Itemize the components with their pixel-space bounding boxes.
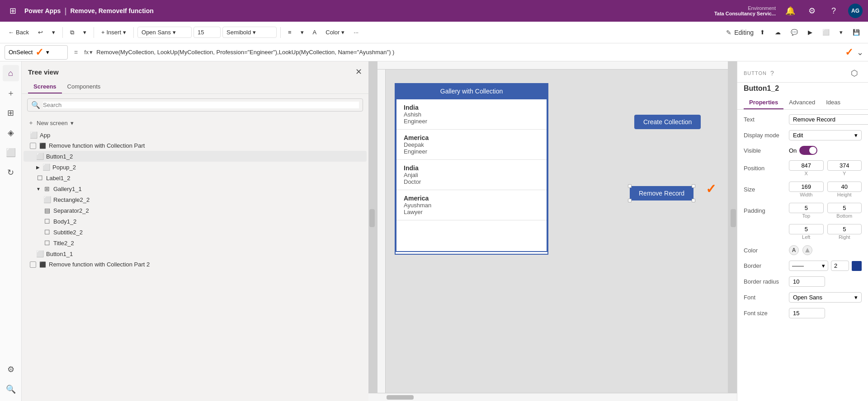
new-screen-button[interactable]: ＋ New screen ▾ — [22, 116, 368, 130]
insert-button[interactable]: + Insert ▾ — [98, 27, 130, 37]
preview-dropdown[interactable]: ▾ — [836, 27, 846, 37]
more-button[interactable]: ··· — [350, 27, 362, 37]
tree-list: ⬜ App ⬛ Remove function with Collection … — [22, 130, 368, 401]
canvas-scroll-left[interactable] — [368, 61, 377, 393]
grid-icon[interactable]: ⊞ — [5, 4, 20, 18]
fontweight-chevron: ▾ — [253, 29, 256, 36]
displaymode-dropdown[interactable]: Edit ▾ — [789, 130, 862, 140]
tree-item-gallery1-1[interactable]: ▼ ⊞ Gallery1_1 — [24, 183, 367, 194]
close-panel-button[interactable]: ✕ — [355, 67, 362, 77]
canvas-scroll-right[interactable] — [728, 61, 737, 393]
tree-item-button1-1[interactable]: ⬜ Button1_1 — [24, 248, 367, 259]
home-icon[interactable]: ⌂ — [3, 65, 19, 81]
fontsize-prop-label: Font size — [744, 310, 789, 317]
copy-button[interactable]: ⧉ — [66, 27, 78, 38]
fontweight-dropdown[interactable]: Semibold ▾ — [222, 27, 277, 38]
preview-button[interactable]: ⬜ — [819, 27, 833, 37]
settings-icon[interactable]: ⚙ — [805, 4, 819, 18]
tab-components[interactable]: Components — [62, 80, 106, 93]
tab-advanced[interactable]: Advanced — [783, 96, 821, 109]
tree-item-sep2-2[interactable]: ▤ Separator2_2 — [24, 205, 367, 216]
save-button[interactable]: 💾 — [849, 27, 863, 37]
comment-button[interactable]: 💬 — [787, 27, 802, 37]
handle-bl[interactable] — [628, 199, 632, 202]
search-input[interactable] — [43, 102, 359, 108]
expand-icon[interactable]: ⌄ — [857, 47, 863, 57]
create-collection-button[interactable]: Create Collection — [634, 115, 701, 129]
tree-item-title2-2[interactable]: ☐ Title2_2 — [24, 238, 367, 248]
size-height-input[interactable] — [827, 182, 862, 192]
font-dropdown[interactable]: Open Sans ▾ — [137, 27, 192, 38]
visible-toggle[interactable] — [799, 146, 817, 155]
play-button[interactable]: ▶ — [804, 27, 816, 37]
border-radius-input[interactable] — [789, 276, 825, 287]
handle-tr[interactable] — [692, 184, 695, 188]
size-width-input[interactable] — [789, 182, 824, 192]
tree-item-screen1[interactable]: ⬛ Remove function with Collection Part — [24, 140, 367, 151]
remove-record-button[interactable]: Remove Record — [630, 186, 693, 200]
notification-icon[interactable]: 🔔 — [783, 4, 797, 18]
settings-side-icon[interactable]: ⚙ — [3, 361, 19, 378]
back-button[interactable]: ← Back — [5, 27, 33, 37]
font-prop-dropdown[interactable]: Open Sans ▾ — [789, 292, 862, 303]
popup2-collapse-icon: ▶ — [36, 165, 40, 170]
tab-screens[interactable]: Screens — [28, 80, 62, 93]
tree-item-app[interactable]: ⬜ App — [24, 130, 367, 140]
share-button[interactable]: ⬆ — [756, 27, 769, 37]
side-icons: ⌂ ＋ ⊞ ◈ ⬜ ↻ ⚙ 🔍 — [0, 61, 22, 401]
cloud-button[interactable]: ☁ — [771, 27, 784, 37]
data-icon[interactable]: ⊞ — [3, 105, 19, 121]
handle-br[interactable] — [692, 199, 695, 202]
border-color-swatch[interactable] — [852, 261, 862, 271]
pos-x-input[interactable] — [789, 160, 824, 171]
property-selector[interactable]: OnSelect ✓ ▾ — [5, 45, 68, 60]
top-bar: ⊞ Power Apps | Remove, RemoveIf function… — [0, 0, 868, 22]
gallery-item2-name: Deepak — [404, 141, 539, 148]
text-prop-input[interactable] — [789, 114, 868, 125]
screen1-checkbox — [30, 143, 36, 149]
tab-properties[interactable]: Properties — [744, 96, 783, 109]
color-text-icon[interactable]: A — [789, 245, 799, 255]
pos-y-input[interactable] — [827, 160, 862, 171]
padding-bottom-input[interactable] — [827, 203, 862, 213]
fontsize-dropdown[interactable]: 15 — [193, 27, 221, 38]
formula-input[interactable] — [96, 49, 841, 56]
color-button[interactable]: Color ▾ — [322, 27, 348, 37]
tab-ideas[interactable]: Ideas — [821, 96, 846, 109]
copy-dropdown[interactable]: ▾ — [80, 27, 90, 37]
tree-item-body1-2[interactable]: ☐ Body1_2 — [24, 216, 367, 227]
align-dropdown[interactable]: ▾ — [297, 27, 307, 37]
gallery-item-4: America Ayushman Lawyer — [396, 190, 547, 220]
align-button[interactable]: ≡ — [284, 27, 295, 37]
padding-top-input[interactable] — [789, 203, 824, 213]
fontsize-value: 15 — [198, 29, 204, 36]
insert-icon[interactable]: ＋ — [3, 85, 19, 101]
border-width-input[interactable] — [831, 261, 849, 271]
color-fill-icon[interactable] — [802, 245, 812, 255]
media-icon[interactable]: ⬜ — [3, 145, 19, 161]
fontsize-prop-input[interactable] — [789, 308, 825, 318]
help-icon[interactable]: ? — [826, 4, 841, 18]
undo-dropdown[interactable]: ▾ — [48, 27, 59, 37]
padding-left-input[interactable] — [789, 224, 824, 234]
tree-item-popup2[interactable]: ▶ ⬜ Popup_2 — [24, 162, 367, 173]
border-style-dropdown[interactable]: —— ▾ — [789, 261, 828, 271]
canvas-inner: Gallery with Collection India Ashish Eng… — [377, 61, 728, 393]
label1-2-icon: ☐ — [36, 174, 43, 182]
toolbar: ← Back ↩ ▾ ⧉ ▾ + Insert ▾ Open Sans ▾ 15… — [0, 22, 868, 43]
handle-tl[interactable] — [628, 184, 632, 188]
text-format-button[interactable]: A — [309, 27, 321, 37]
tree-item-subtitle2-2[interactable]: ☐ Subtitle2_2 — [24, 227, 367, 238]
powerautomate-icon[interactable]: ↻ — [3, 164, 19, 181]
tree-item-button1-2[interactable]: ⬜ Button1_2 ··· — [24, 151, 367, 162]
padding-right-input[interactable] — [827, 224, 862, 234]
scroll-thumb-h[interactable] — [387, 395, 414, 400]
undo-button[interactable]: ↩ — [34, 27, 47, 37]
tree-item-screen2[interactable]: ⬛ Remove function with Collection Part 2 — [24, 259, 367, 270]
sep4 — [280, 27, 281, 38]
tree-item-rect2-2[interactable]: ⬜ Rectangle2_2 — [24, 194, 367, 205]
search-side-icon[interactable]: 🔍 — [3, 381, 19, 397]
variables-icon[interactable]: ◈ — [3, 125, 19, 141]
right-panel-expand-icon[interactable]: ⬡ — [847, 66, 862, 80]
tree-item-label1-2[interactable]: ☐ Label1_2 — [24, 173, 367, 183]
